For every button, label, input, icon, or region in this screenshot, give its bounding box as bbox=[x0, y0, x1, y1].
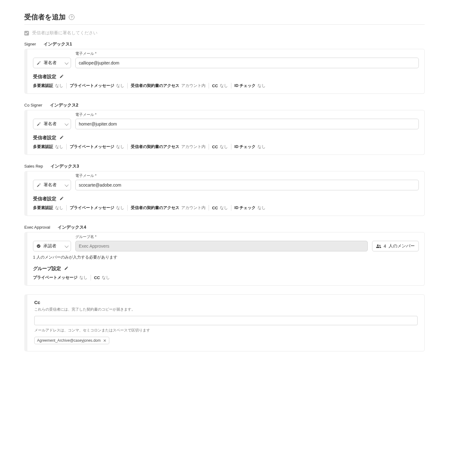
recipient-card: 署名者 電子メール * 受信者設定 多要素認証なし プライベートメッセージなし … bbox=[24, 49, 425, 94]
chevron-down-icon bbox=[65, 60, 69, 64]
pen-nib-icon bbox=[36, 122, 41, 126]
email-label: 電子メール * bbox=[75, 51, 419, 56]
settings-summary: 多要素認証なし プライベートメッセージなし 受信者の契約書のアクセスアカウント内… bbox=[33, 144, 419, 150]
role-selector-label: 署名者 bbox=[44, 121, 57, 127]
recipient-index-label: インデックス1 bbox=[44, 41, 72, 47]
recipient-index-label: インデックス4 bbox=[58, 225, 86, 230]
group-name-input[interactable] bbox=[75, 241, 368, 251]
recipient-role-name: Co Signer bbox=[24, 103, 42, 107]
member-suffix: 人のメンバー bbox=[389, 243, 415, 249]
recipient-settings-title: 受信者設定 bbox=[33, 196, 56, 202]
cc-card: Cc これらの受信者には、完了した契約書のコピーが届きます。 メールアドレスは、… bbox=[24, 294, 425, 351]
role-selector[interactable]: 署名者 bbox=[33, 58, 71, 68]
role-selector-label: 署名者 bbox=[44, 182, 57, 188]
chevron-down-icon bbox=[65, 244, 69, 248]
email-input[interactable] bbox=[75, 58, 419, 68]
role-selector-label: 承認者 bbox=[43, 243, 56, 249]
member-count: 4 bbox=[384, 244, 386, 249]
recipient-settings-title: 受信者設定 bbox=[33, 135, 56, 141]
role-selector[interactable]: 署名者 bbox=[33, 119, 71, 129]
people-icon bbox=[376, 244, 381, 248]
edit-settings-icon[interactable] bbox=[59, 74, 64, 79]
sign-in-order-checkbox[interactable] bbox=[24, 31, 29, 36]
group-settings-title: グループ設定 bbox=[33, 266, 61, 272]
group-name-label: グループ名 * bbox=[75, 234, 368, 240]
recipient-card: 承認者 グループ名 * 4 人のメンバー 1 人のメンバーのみが入力する必要があ… bbox=[24, 232, 425, 286]
group-note: 1 人のメンバーのみが入力する必要があります bbox=[33, 255, 419, 260]
members-button[interactable]: 4 人のメンバー bbox=[372, 241, 419, 251]
cc-tag: Agreement_Archive@caseyjones.dom ✕ bbox=[34, 337, 109, 344]
recipient-role-name: Sales Rep bbox=[24, 164, 43, 169]
pen-nib-icon bbox=[36, 183, 41, 188]
remove-tag-icon[interactable]: ✕ bbox=[103, 339, 106, 343]
recipient-index-label: インデックス2 bbox=[50, 102, 78, 108]
page-title: 受信者を追加 bbox=[24, 12, 66, 22]
recipient-card: 署名者 電子メール * 受信者設定 多要素認証なし プライベートメッセージなし … bbox=[24, 110, 425, 155]
email-input[interactable] bbox=[75, 119, 419, 129]
role-selector[interactable]: 承認者 bbox=[33, 241, 71, 251]
edit-settings-icon[interactable] bbox=[64, 266, 69, 271]
cc-title: Cc bbox=[34, 300, 418, 305]
email-label: 電子メール * bbox=[75, 173, 419, 178]
settings-summary: 多要素認証なし プライベートメッセージなし 受信者の契約書のアクセスアカウント内… bbox=[33, 205, 419, 211]
edit-settings-icon[interactable] bbox=[59, 196, 64, 202]
edit-settings-icon[interactable] bbox=[59, 135, 64, 140]
cc-tag-label: Agreement_Archive@caseyjones.dom bbox=[37, 338, 101, 343]
email-input[interactable] bbox=[75, 180, 419, 190]
cc-hint: メールアドレスは、コンマ、セミコロンまたはスペースで区切ります bbox=[34, 328, 418, 333]
settings-summary: プライベートメッセージなし CCなし bbox=[33, 275, 419, 280]
chevron-down-icon bbox=[65, 121, 69, 126]
recipient-index-label: インデックス3 bbox=[50, 164, 79, 169]
settings-summary: 多要素認証なし プライベートメッセージなし 受信者の契約書のアクセスアカウント内… bbox=[33, 83, 419, 88]
cc-description: これらの受信者には、完了した契約書のコピーが届きます。 bbox=[34, 307, 418, 312]
role-selector[interactable]: 署名者 bbox=[33, 180, 71, 190]
recipient-settings-title: 受信者設定 bbox=[33, 74, 56, 80]
help-icon[interactable]: ? bbox=[69, 14, 74, 20]
email-label: 電子メール * bbox=[75, 112, 419, 117]
recipient-role-name: Exec Approval bbox=[24, 225, 50, 230]
check-circle-icon bbox=[36, 244, 41, 248]
role-selector-label: 署名者 bbox=[44, 60, 57, 66]
pen-nib-icon bbox=[36, 61, 41, 65]
chevron-down-icon bbox=[65, 183, 69, 187]
recipient-card: 署名者 電子メール * 受信者設定 多要素認証なし プライベートメッセージなし … bbox=[24, 171, 425, 216]
sign-in-order-label: 受信者は順番に署名してください bbox=[32, 30, 97, 36]
cc-email-input[interactable] bbox=[34, 316, 418, 325]
recipient-role-name: Signer bbox=[24, 42, 36, 46]
